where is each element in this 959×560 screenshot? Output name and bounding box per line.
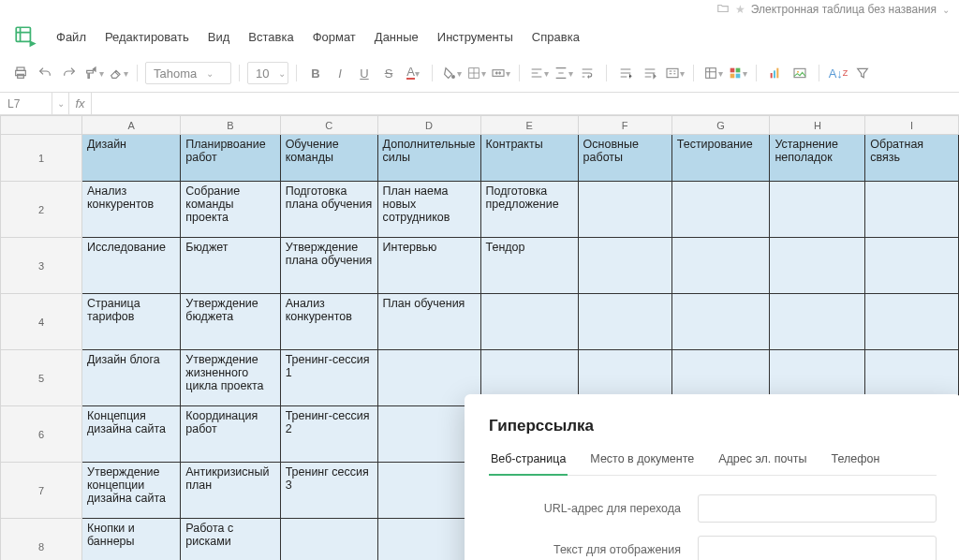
cell[interactable]: Обучение команды bbox=[280, 135, 377, 182]
cell[interactable]: Утверждение бюджета bbox=[181, 294, 280, 350]
underline-button[interactable]: U bbox=[353, 62, 376, 84]
borders-button[interactable]: ▾ bbox=[465, 62, 487, 84]
col-header[interactable]: G bbox=[671, 116, 770, 135]
cell[interactable]: Тендор bbox=[480, 238, 578, 294]
cell[interactable] bbox=[578, 238, 671, 294]
insert-cells-button[interactable]: ▾ bbox=[701, 62, 724, 84]
cell[interactable]: Дизайн блога bbox=[82, 350, 181, 406]
cell[interactable]: Утверждение концепции дизайна сайта bbox=[82, 463, 181, 519]
menu-data[interactable]: Данные bbox=[375, 30, 419, 44]
cell[interactable]: Утверждение плана обучения bbox=[280, 238, 377, 294]
tab-email[interactable]: Адрес эл. почты bbox=[716, 452, 808, 475]
cell[interactable]: Планирвоание работ bbox=[181, 135, 280, 182]
cell[interactable]: Подготовка плана обучения bbox=[280, 182, 377, 238]
merge-button[interactable]: ▾ bbox=[489, 62, 511, 84]
cell[interactable]: Исследование bbox=[82, 238, 181, 294]
bold-button[interactable]: B bbox=[304, 62, 327, 84]
row-header[interactable]: 8 bbox=[1, 519, 82, 561]
insert-chart-button[interactable] bbox=[764, 62, 787, 84]
cell[interactable]: Подготовка предложение bbox=[480, 182, 578, 238]
url-input[interactable] bbox=[698, 494, 937, 523]
tab-web-page[interactable]: Веб-страница bbox=[489, 452, 568, 475]
cell[interactable]: Анализ конкурентов bbox=[280, 294, 377, 350]
cell[interactable]: Собрание команды проекта bbox=[181, 182, 280, 238]
name-box-chevron-icon[interactable]: ⌄ bbox=[52, 93, 69, 114]
col-header[interactable]: F bbox=[578, 116, 671, 135]
col-header[interactable]: B bbox=[181, 116, 280, 135]
cell[interactable]: Обратная связь bbox=[865, 135, 959, 182]
halign-button[interactable]: ▾ bbox=[527, 62, 550, 84]
clear-button[interactable]: ▾ bbox=[107, 62, 129, 84]
star-icon[interactable]: ★ bbox=[735, 3, 745, 16]
tab-phone[interactable]: Телефон bbox=[829, 452, 881, 475]
col-header[interactable]: H bbox=[770, 116, 865, 135]
name-box[interactable]: L7 bbox=[0, 93, 52, 114]
menu-edit[interactable]: Редактировать bbox=[105, 30, 189, 44]
decrease-decimal-button[interactable] bbox=[639, 62, 661, 84]
title-chevron-icon[interactable]: ⌄ bbox=[942, 5, 950, 15]
cell[interactable] bbox=[865, 182, 959, 238]
cell[interactable] bbox=[770, 294, 865, 350]
document-title[interactable]: Электронная таблица без названия bbox=[751, 3, 937, 16]
col-header[interactable]: A bbox=[82, 116, 181, 135]
cell[interactable] bbox=[280, 519, 377, 561]
menu-view[interactable]: Вид bbox=[208, 30, 230, 44]
menu-help[interactable]: Справка bbox=[532, 30, 580, 44]
redo-button[interactable] bbox=[58, 62, 81, 84]
col-header[interactable]: C bbox=[280, 116, 377, 135]
font-size-select[interactable]: 10⌄ bbox=[247, 62, 288, 84]
spreadsheet-area[interactable]: ABCDEFGHI 1ДизайнПланирвоание работОбуче… bbox=[0, 115, 959, 560]
row-header[interactable]: 6 bbox=[1, 406, 82, 463]
cell[interactable]: Страница тарифов bbox=[82, 294, 181, 350]
cell[interactable] bbox=[578, 182, 671, 238]
fx-label[interactable]: fx bbox=[69, 93, 92, 114]
increase-decimal-button[interactable] bbox=[614, 62, 637, 84]
sort-button[interactable]: A↓Z bbox=[827, 62, 849, 84]
cell[interactable]: Основные работы bbox=[578, 135, 671, 182]
wrap-button[interactable] bbox=[576, 62, 598, 84]
insert-image-button[interactable] bbox=[789, 62, 811, 84]
valign-button[interactable]: ▾ bbox=[552, 62, 574, 84]
row-header[interactable]: 1 bbox=[1, 135, 82, 182]
cell[interactable]: Тренинг-сессия 2 bbox=[280, 406, 377, 463]
cell[interactable]: План наема новых сотрудников bbox=[377, 182, 480, 238]
cell[interactable] bbox=[770, 182, 865, 238]
cell[interactable]: Работа с рисками bbox=[181, 519, 280, 561]
cell[interactable]: Концепция дизайна сайта bbox=[82, 406, 181, 463]
row-header[interactable]: 7 bbox=[1, 463, 82, 519]
cell[interactable]: Тестирование bbox=[671, 135, 770, 182]
row-header[interactable]: 2 bbox=[1, 182, 82, 238]
conditional-format-button[interactable]: ▾ bbox=[726, 62, 748, 84]
cell[interactable]: Дополнительные силы bbox=[377, 135, 480, 182]
select-all-corner[interactable] bbox=[1, 116, 82, 135]
display-text-input[interactable] bbox=[698, 536, 937, 560]
undo-button[interactable] bbox=[34, 62, 56, 84]
cell[interactable]: План обучения bbox=[377, 294, 480, 350]
fill-color-button[interactable]: ▾ bbox=[440, 62, 463, 84]
italic-button[interactable]: I bbox=[329, 62, 351, 84]
strike-button[interactable]: S bbox=[377, 62, 400, 84]
font-family-select[interactable]: Tahoma⌄ bbox=[145, 62, 231, 84]
font-color-button[interactable]: A▾ bbox=[402, 62, 424, 84]
cell[interactable]: Бюджет bbox=[181, 238, 280, 294]
col-header[interactable]: E bbox=[480, 116, 578, 135]
cell[interactable]: Дизайн bbox=[82, 135, 181, 182]
menu-tools[interactable]: Инструменты bbox=[437, 30, 513, 44]
cell[interactable] bbox=[671, 182, 770, 238]
cell[interactable]: Анализ конкурентов bbox=[82, 182, 181, 238]
menu-file[interactable]: Файл bbox=[56, 30, 86, 44]
cell[interactable] bbox=[578, 294, 671, 350]
cell[interactable]: Интервью bbox=[377, 238, 480, 294]
cell[interactable]: Кнопки и баннеры bbox=[82, 519, 181, 561]
cell[interactable]: Координация работ bbox=[181, 406, 280, 463]
col-header[interactable]: I bbox=[865, 116, 959, 135]
row-header[interactable]: 5 bbox=[1, 350, 82, 406]
tab-place-in-doc[interactable]: Место в документе bbox=[588, 452, 696, 475]
cell[interactable]: Утверждение жизненного цикла проекта bbox=[181, 350, 280, 406]
cell[interactable]: Тренинг-сессия 1 bbox=[280, 350, 377, 406]
print-button[interactable] bbox=[9, 62, 32, 84]
cell[interactable] bbox=[770, 238, 865, 294]
cell[interactable]: Контракты bbox=[480, 135, 578, 182]
number-format-button[interactable]: ▾ bbox=[663, 62, 686, 84]
menu-insert[interactable]: Вставка bbox=[248, 30, 293, 44]
